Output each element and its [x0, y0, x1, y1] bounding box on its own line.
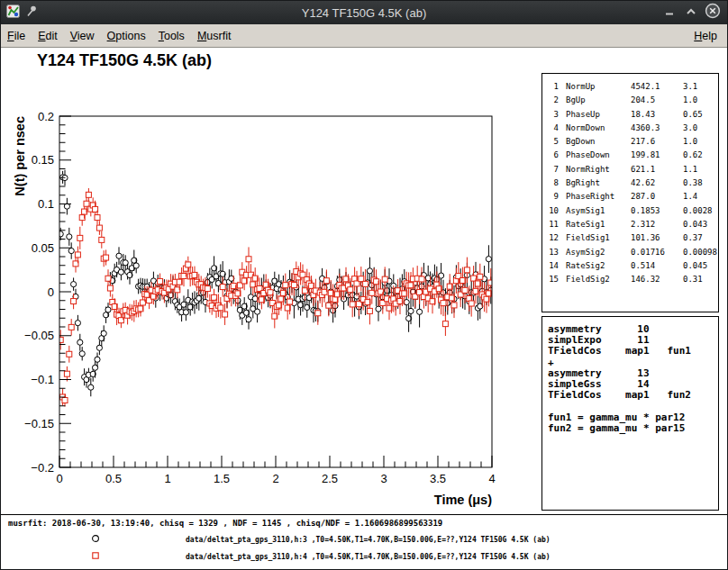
param-value: 4360.3 — [631, 122, 683, 135]
parameter-row: 2BgUp204.51.0 — [542, 94, 718, 107]
param-name: PhaseUp — [566, 108, 631, 122]
legend-entry: data/deltat_pta_gps_3110,h:3 ,T0=4.50K,T… — [1, 532, 727, 547]
param-value: 4542.1 — [631, 80, 683, 94]
svg-text:0.2: 0.2 — [38, 110, 54, 123]
parameter-row: 1NormUp4542.13.1 — [542, 80, 718, 94]
parameter-row: 8BgRight42.620.38 — [542, 176, 718, 190]
param-value: 2.312 — [631, 218, 683, 231]
legend-label: data/deltat_pta_gps_3110,h:4 ,T0=4.50K,T… — [186, 553, 551, 561]
maximize-button[interactable] — [683, 5, 699, 21]
svg-text:0.15: 0.15 — [32, 153, 54, 167]
param-number: 6 — [547, 149, 559, 162]
param-value: 199.81 — [631, 149, 683, 162]
data-series-h3 — [58, 170, 494, 396]
menu-item-options[interactable]: Options — [101, 26, 152, 46]
param-number: 10 — [547, 204, 559, 218]
title-bar[interactable]: Y124 TF150G 4.5K (ab) — [1, 1, 727, 24]
param-number: 15 — [547, 273, 559, 286]
pin-icon[interactable] — [25, 5, 38, 21]
param-value: 0.1853 — [631, 204, 683, 218]
minimize-button[interactable] — [661, 5, 678, 21]
app-window: Y124 TF150G 4.5K (ab) FileEditViewOption… — [0, 0, 728, 570]
parameter-panel: 1NormUp4542.13.12BgUp204.51.03PhaseUp18.… — [541, 73, 719, 312]
svg-text:3.5: 3.5 — [430, 472, 446, 485]
menu-item-view[interactable]: View — [64, 26, 101, 46]
parameter-row: 9PhaseRight287.01.4 — [542, 190, 718, 204]
parameter-row: 14RateSig20.5140.045 — [542, 259, 718, 273]
param-error: 0.38 — [683, 176, 703, 190]
parameter-row: 10AsymSig10.18530.0028 — [542, 204, 718, 218]
param-error: 0.65 — [683, 108, 703, 122]
param-name: RateSig2 — [566, 259, 631, 273]
menu-item-file[interactable]: File — [1, 26, 32, 46]
menu-bar: FileEditViewOptionsToolsMusrfit Help — [1, 24, 727, 48]
param-error: 1.4 — [683, 190, 697, 204]
menu-item-help[interactable]: Help — [687, 26, 723, 46]
param-value: 621.1 — [631, 163, 683, 176]
theory-panel: asymmetry 10 simplExpo 11 TFieldCos map1… — [541, 316, 719, 511]
param-error: 1.0 — [683, 135, 697, 149]
plot-title: Y124 TF150G 4.5K (ab) — [37, 51, 212, 70]
parameter-row: 5BgDown217.61.0 — [542, 135, 718, 149]
param-error: 3.0 — [683, 122, 697, 135]
param-name: BgUp — [566, 94, 631, 107]
y-axis: −0.2−0.15−0.1−0.0500.050.10.150.2 — [24, 110, 71, 475]
x-axis-title: Time (μs) — [434, 493, 492, 507]
window-title: Y124 TF150G 4.5K (ab) — [1, 6, 727, 20]
svg-text:4: 4 — [488, 472, 495, 485]
svg-text:−0.15: −0.15 — [24, 417, 54, 430]
param-number: 13 — [547, 246, 559, 259]
parameter-row: 4NormDown4360.33.0 — [542, 122, 718, 135]
param-error: 0.62 — [683, 149, 703, 162]
param-name: PhaseRight — [566, 190, 631, 204]
root-canvas: Y124 TF150G 4.5K (ab) 00.511.522.533.54−… — [1, 48, 727, 569]
param-number: 1 — [547, 80, 559, 94]
param-value: 146.32 — [631, 273, 683, 286]
param-number: 11 — [547, 218, 559, 231]
svg-text:−0.1: −0.1 — [31, 373, 54, 386]
close-button[interactable] — [705, 5, 721, 21]
param-name: BgDown — [566, 135, 631, 149]
svg-text:2: 2 — [272, 472, 278, 485]
plot-area[interactable]: 00.511.522.533.54−0.2−0.15−0.1−0.0500.05… — [1, 100, 519, 511]
parameter-row: 12FieldSig1101.360.37 — [542, 231, 718, 245]
menu-item-edit[interactable]: Edit — [32, 26, 64, 46]
param-name: NormRight — [566, 163, 631, 176]
param-error: 0.0028 — [683, 204, 713, 218]
menu-right-group: Help — [687, 26, 727, 46]
svg-text:0.5: 0.5 — [105, 472, 122, 485]
legend-label: data/deltat_pta_gps_3110,h:3 ,T0=4.50K,T… — [186, 536, 551, 544]
param-number: 9 — [547, 190, 559, 204]
legend-entry: data/deltat_pta_gps_3110,h:4 ,T0=4.50K,T… — [1, 549, 727, 564]
svg-text:0.05: 0.05 — [32, 241, 54, 255]
param-name: PhaseDown — [566, 149, 631, 162]
param-error: 0.045 — [683, 259, 707, 273]
param-name: BgRight — [566, 176, 631, 190]
parameter-row: 15FieldSig2146.320.31 — [542, 273, 718, 286]
svg-text:−0.2: −0.2 — [31, 461, 54, 475]
param-error: 0.043 — [683, 218, 707, 231]
menu-item-musrfit[interactable]: Musrfit — [191, 26, 238, 46]
param-number: 4 — [547, 122, 559, 135]
data-series-h4 — [58, 188, 494, 406]
musrfit-app-icon — [6, 5, 20, 22]
menu-item-tools[interactable]: Tools — [152, 26, 191, 46]
svg-text:2.5: 2.5 — [322, 472, 338, 485]
parameter-row: 13AsymSig20.017160.00098 — [542, 246, 718, 259]
param-error: 0.31 — [683, 273, 703, 286]
param-number: 2 — [547, 94, 559, 107]
svg-text:0.1: 0.1 — [38, 197, 54, 211]
param-name: NormUp — [566, 80, 631, 94]
parameter-row: 6PhaseDown199.810.62 — [542, 149, 718, 162]
param-error: 0.00098 — [683, 246, 717, 259]
param-error: 0.37 — [683, 231, 703, 245]
theory-text: asymmetry 10 simplExpo 11 TFieldCos map1… — [548, 324, 713, 434]
param-number: 14 — [547, 259, 559, 273]
y-axis-title: N(t) per nsec — [13, 116, 27, 196]
footer-divider — [1, 514, 728, 515]
param-name: FieldSig1 — [566, 231, 631, 245]
svg-text:1.5: 1.5 — [214, 472, 230, 485]
param-value: 18.43 — [631, 108, 683, 122]
param-error: 1.1 — [683, 163, 697, 176]
param-value: 287.0 — [631, 190, 683, 204]
